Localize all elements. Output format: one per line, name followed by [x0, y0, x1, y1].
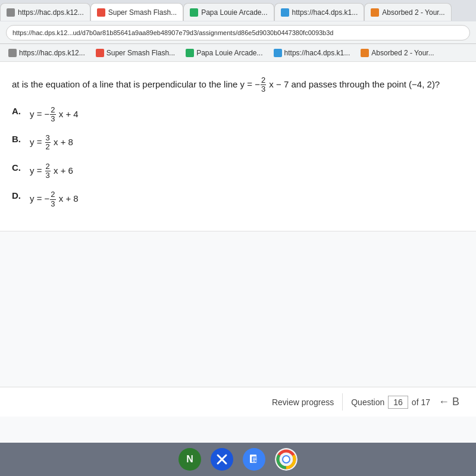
tab-label-absorbed: Absorbed 2 - Your... — [382, 8, 444, 17]
tab-hac4[interactable]: https://hac4.dps.k1... — [274, 3, 365, 21]
option-d-letter: D. — [12, 190, 24, 201]
taskbar-n-icon[interactable]: N — [178, 448, 201, 471]
bottom-nav: Review progress Question 16 of 17 ← B — [0, 387, 476, 416]
address-bar-area: https://hac.dps.k12...ud/d7b0ar81b85641a… — [0, 21, 476, 44]
bookmarks-bar: https://hac.dps.k12... Super Smash Flash… — [0, 44, 476, 62]
empty-content-area — [0, 231, 476, 386]
bookmark-favicon-hac4 — [274, 49, 282, 57]
tab-favicon-absorbed — [371, 8, 379, 17]
option-a-letter: A. — [12, 106, 24, 116]
bookmark-favicon-supersmash — [96, 49, 104, 57]
option-b[interactable]: B. y = 32 x + 8 — [12, 134, 458, 152]
review-progress-button[interactable]: Review progress — [264, 394, 342, 411]
question-slope-fraction: 23 — [261, 76, 266, 94]
tab-hac1[interactable]: https://hac.dps.k12... — [0, 3, 90, 21]
question-suffix: x − 7 and passes through the point (−4, … — [267, 79, 440, 89]
option-c[interactable]: C. y = 23 x + 6 — [12, 162, 458, 180]
taskbar-chrome-icon[interactable] — [275, 448, 298, 471]
bookmark-label-absorbed: Absorbed 2 - Your... — [371, 49, 434, 57]
browser-frame: https://hac.dps.k12... Super Smash Flash… — [0, 0, 476, 476]
bookmark-favicon-hac1 — [8, 49, 17, 57]
bookmark-absorbed[interactable]: Absorbed 2 - Your... — [357, 48, 437, 58]
option-a[interactable]: A. y = −23 x + 4 — [12, 106, 458, 124]
question-label: Question — [351, 397, 384, 407]
x-svg — [215, 453, 228, 466]
files-svg — [248, 453, 261, 466]
tab-bar: https://hac.dps.k12... Super Smash Flash… — [0, 0, 476, 21]
question-text: at is the equation of a line that is per… — [12, 76, 458, 94]
option-a-text: y = −23 x + 4 — [30, 106, 79, 124]
tab-label-supersmash: Super Smash Flash... — [108, 8, 177, 17]
taskbar: N — [0, 443, 476, 476]
tab-favicon-supersmash — [97, 8, 105, 17]
taskbar-files-icon[interactable] — [243, 448, 265, 471]
bookmark-papalouie[interactable]: Papa Louie Arcade... — [182, 48, 266, 58]
chrome-svg — [275, 448, 298, 471]
tab-favicon-papalouie — [190, 8, 198, 17]
bookmark-supersmash[interactable]: Super Smash Flash... — [92, 48, 178, 58]
tab-supersmash[interactable]: Super Smash Flash... — [90, 3, 183, 21]
bookmark-favicon-absorbed — [361, 49, 369, 57]
tab-favicon-hac4 — [281, 8, 289, 17]
question-number: 16 — [393, 397, 403, 407]
review-progress-label: Review progress — [272, 397, 334, 407]
tab-label-hac4: https://hac4.dps.k1... — [292, 8, 358, 17]
bookmark-label-supersmash: Super Smash Flash... — [107, 49, 175, 57]
option-b-text: y = 32 x + 8 — [30, 134, 73, 152]
bookmark-hac1[interactable]: https://hac.dps.k12... — [5, 48, 89, 58]
bookmark-label-hac1: https://hac.dps.k12... — [19, 49, 85, 57]
taskbar-x-icon[interactable] — [211, 448, 233, 471]
of-label: of 17 — [412, 397, 430, 407]
option-d-text: y = −23 x + 8 — [30, 190, 79, 208]
option-c-text: y = 23 x + 6 — [30, 162, 73, 180]
question-prefix: at is the equation of a line that is per… — [12, 79, 260, 89]
bookmark-label-papalouie: Papa Louie Arcade... — [196, 49, 262, 57]
tab-label-papalouie: Papa Louie Arcade... — [201, 8, 267, 17]
page-content: at is the equation of a line that is per… — [0, 62, 476, 476]
svg-point-12 — [283, 456, 289, 462]
bookmark-label-hac4: https://hac4.dps.k1... — [284, 49, 350, 57]
question-area: at is the equation of a line that is per… — [0, 62, 476, 231]
tab-favicon-hac1 — [7, 8, 15, 17]
question-number-box: 16 — [388, 396, 408, 409]
back-arrow[interactable]: ← B — [434, 393, 464, 411]
tab-papalouie[interactable]: Papa Louie Arcade... — [183, 3, 274, 21]
tab-label-hac1: https://hac.dps.k12... — [18, 8, 84, 17]
option-d[interactable]: D. y = −23 x + 8 — [12, 190, 458, 208]
option-c-letter: C. — [12, 162, 24, 173]
bookmark-favicon-papalouie — [186, 49, 194, 57]
bookmark-hac4[interactable]: https://hac4.dps.k1... — [270, 48, 354, 58]
option-b-letter: B. — [12, 134, 24, 144]
question-nav: Question 16 of 17 ← B — [342, 393, 464, 411]
address-bar[interactable]: https://hac.dps.k12...ud/d7b0ar81b85641a… — [6, 25, 470, 40]
tab-absorbed[interactable]: Absorbed 2 - Your... — [364, 3, 451, 21]
url-text: https://hac.dps.k12...ud/d7b0ar81b85641a… — [12, 29, 333, 36]
